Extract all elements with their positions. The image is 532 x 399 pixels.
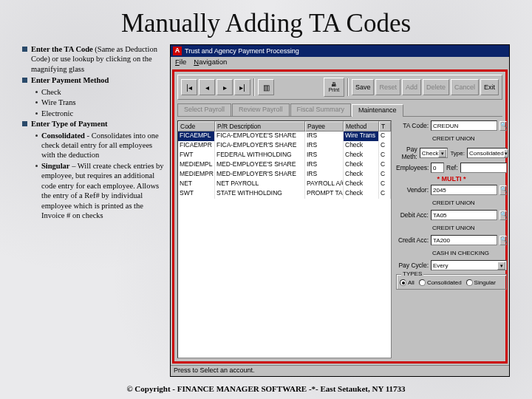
nav-first[interactable]: |◂ [181, 79, 197, 95]
nav-next[interactable]: ▸ [216, 79, 233, 95]
pay-cycle-select[interactable]: Every▾ [431, 260, 507, 270]
ta-code-input[interactable]: CREDUN [431, 120, 497, 131]
employees-input[interactable]: 0 [431, 163, 444, 173]
table-row[interactable]: MEDIEMPLMED-EMPLOYEE'S SHAREIRSCheckC [178, 160, 391, 170]
print-button[interactable]: 🖶Print [324, 78, 344, 97]
radio-all[interactable]: All [400, 279, 415, 286]
tab-select-payroll[interactable]: Select Payroll [177, 103, 231, 116]
nav-prev[interactable]: ◂ [199, 79, 215, 95]
vendor-input[interactable]: 2045 [431, 185, 497, 195]
credit-lookup[interactable]: 🔍 [499, 236, 507, 245]
vendor-lookup[interactable]: 🔍 [499, 185, 507, 195]
add-button[interactable]: Add [402, 79, 421, 95]
tab-fiscal-summary[interactable]: Fiscal Summary [290, 103, 352, 116]
codes-table[interactable]: Code P/R Description Payee Method T FICA… [177, 120, 392, 358]
copyright: © Copyright - FINANCE MANAGER SOFTWARE -… [22, 384, 510, 393]
cancel-button[interactable]: Cancel [451, 79, 479, 95]
exit-button[interactable]: Exit [480, 79, 499, 95]
toolbar: |◂ ◂ ▸ ▸| ▥ 🖶Print Save Reset Add Delete [177, 75, 502, 100]
multi-indicator: * MULTI * [396, 175, 507, 183]
debit-desc: CREDIT UNION [431, 222, 507, 233]
status-bar: Press to Select an account. [171, 365, 509, 376]
col-method: Method [344, 121, 379, 132]
slide-title: Manually Adding TA Codes [22, 9, 510, 38]
detail-form: TA Code:CREDUN🔍 CREDIT UNION Pay Meth:Ch… [396, 120, 507, 358]
menu-file[interactable]: File [175, 58, 186, 67]
tab-review-payroll[interactable]: Review Payroll [232, 103, 290, 116]
menu-navigation[interactable]: Navigation [194, 58, 227, 67]
delete-button[interactable]: Delete [423, 79, 449, 95]
col-code: Code [178, 121, 215, 132]
table-row[interactable]: NETNET PAYROLLPAYROLL A/CCheckC [178, 180, 391, 189]
debit-lookup[interactable]: 🔍 [499, 211, 507, 220]
col-desc: P/R Description [215, 121, 305, 132]
col-payee: Payee [305, 121, 344, 132]
menu-bar: File Navigation [171, 57, 509, 68]
type-select[interactable]: Consolidated▾ [467, 148, 507, 158]
table-row[interactable]: FICAEMPRFICA-EMPLOYER'S SHAREIRSCheckC [178, 141, 391, 151]
tab-row: Select Payroll Review Payroll Fiscal Sum… [177, 103, 502, 117]
col-t: T [379, 121, 391, 132]
vendor-desc: CREDIT UNION [431, 197, 507, 208]
app-window: A Trust and Agency Payment Processing Fi… [170, 44, 510, 377]
ref-input[interactable] [460, 163, 507, 173]
radio-consolidated[interactable]: Consolidated [419, 279, 462, 286]
ta-code-lookup[interactable]: 🔍 [499, 121, 507, 131]
table-row[interactable]: SWTSTATE WITHHOLDINGPROMPT TAXCheckC [178, 189, 391, 199]
table-row[interactable]: MEDIEMPRMED-EMPLOYER'S SHAREIRSCheckC [178, 170, 391, 180]
debit-input[interactable]: TA05 [431, 210, 497, 220]
types-group: TYPES All Consolidated Singular [396, 274, 507, 290]
title-bar: A Trust and Agency Payment Processing [171, 45, 509, 57]
ta-code-desc: CREDIT UNION [431, 133, 507, 143]
save-button[interactable]: Save [352, 79, 375, 95]
nav-last[interactable]: ▸| [234, 79, 250, 95]
window-title: Trust and Agency Payment Processing [185, 47, 299, 55]
tool-book[interactable]: ▥ [258, 79, 274, 95]
table-row[interactable]: FWTFEDERAL WITHHOLDINGIRSCheckC [178, 151, 391, 160]
pay-method-select[interactable]: Check▾ [420, 148, 449, 158]
bullet-list: Enter the TA Code (Same as Deduction Cod… [22, 44, 164, 383]
table-row[interactable]: FICAEMPLFICA-EMPLOYEE'S SHAREIRSWire Tra… [178, 132, 391, 141]
credit-desc: CASH IN CHECKING [431, 248, 507, 258]
reset-button[interactable]: Reset [375, 79, 400, 95]
credit-input[interactable]: TA200 [431, 235, 497, 245]
tab-maintenance[interactable]: Maintenance [352, 104, 403, 117]
app-icon: A [173, 47, 182, 55]
radio-singular[interactable]: Singular [466, 279, 496, 286]
